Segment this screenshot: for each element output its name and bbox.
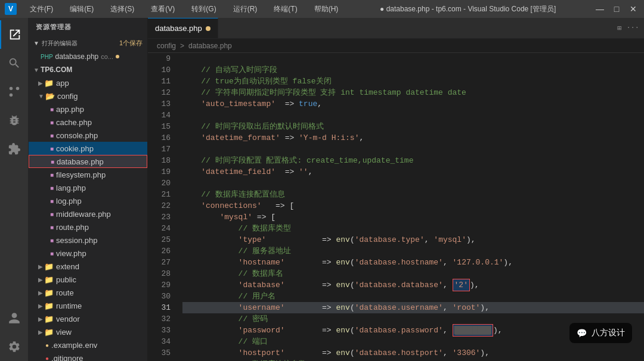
unsaved-indicator (116, 55, 119, 58)
menu-help[interactable]: 帮助(H) (311, 3, 342, 15)
sidebar-item-session-php[interactable]: ■ session.php (29, 234, 147, 247)
menu-goto[interactable]: 转到(G) (188, 3, 219, 15)
code-content[interactable]: // 自动写入时间字段 // true为自动识别类型 false关闭 // 字符… (178, 53, 644, 361)
sidebar-item-middleware-php[interactable]: ■ middleware.php (29, 207, 147, 220)
activity-extensions[interactable] (0, 135, 29, 163)
sidebar-item-console-php[interactable]: ■ console.php (29, 129, 147, 142)
chevron-down-icon: ▼ (33, 40, 39, 46)
minimize-button[interactable]: — (594, 3, 606, 15)
code-editor[interactable]: 9 10 11 12 13 14 15 16 17 18 19 20 21 22… (148, 53, 644, 361)
file-label: .example.env (51, 341, 97, 350)
file-label: filesystem.php (56, 170, 106, 179)
tab-database-php[interactable]: database.php (148, 18, 218, 39)
watermark-text: 八方设计 (592, 328, 625, 338)
sidebar-item-view-php[interactable]: ■ view.php (29, 247, 147, 260)
chevron-down-icon: ▼ (33, 67, 39, 73)
menu-view[interactable]: 查看(V) (147, 3, 178, 15)
tab-label: database.php (155, 24, 202, 33)
svg-point-2 (9, 87, 13, 91)
file-label: lang.php (56, 183, 86, 192)
editor-layout-icon[interactable]: ⊞ (617, 24, 621, 33)
activity-git[interactable] (0, 77, 29, 106)
breadcrumb-filename[interactable]: database.php (188, 42, 232, 50)
sidebar-item-gitignore[interactable]: ● .gitignore (29, 351, 147, 361)
sidebar-header: 资源管理器 (29, 18, 147, 36)
chevron-down-icon: ▼ (38, 93, 44, 99)
breadcrumb-config[interactable]: config (157, 42, 176, 50)
sidebar-item-lang-php[interactable]: ■ lang.php (29, 181, 147, 194)
code-line-12: // 字符串同期指定时间字段类型 支持 int timestamp dateti… (182, 87, 644, 98)
code-line-26: // 服务器地址 (182, 245, 644, 257)
svg-point-1 (16, 87, 19, 91)
chevron-right-icon: ▶ (38, 316, 43, 322)
sidebar-item-cache-php[interactable]: ■ cache.php (29, 116, 147, 129)
file-label: console.php (56, 131, 98, 140)
sidebar-item-app-php[interactable]: ■ app.php (29, 102, 147, 116)
maximize-button[interactable]: □ (611, 3, 623, 15)
watermark-logo: 💬 (577, 328, 587, 338)
code-line-9 (182, 53, 644, 64)
menu-edit[interactable]: 编辑(E) (66, 3, 97, 15)
sidebar-item-route-folder[interactable]: ▶ 📁 route (29, 286, 147, 299)
sidebar-item-cookie-php[interactable]: ■ cookie.php (29, 142, 147, 155)
open-editors-header[interactable]: ▼ 打开的编辑器 1个保存 (29, 36, 147, 50)
sidebar-item-extend[interactable]: ▶ 📁 extend (29, 260, 147, 273)
sidebar-item-vendor[interactable]: ▶ 📁 vendor (29, 312, 147, 325)
sidebar-item-route-php[interactable]: ■ route.php (29, 220, 147, 234)
chevron-right-icon: ▶ (38, 263, 43, 270)
highlighted-value-password: ████████ (453, 324, 493, 337)
code-line-20 (182, 178, 644, 189)
menu-terminal[interactable]: 终端(T) (270, 3, 301, 15)
sidebar-item-example-env[interactable]: ● .example.env (29, 338, 147, 351)
activity-search[interactable] (0, 49, 29, 77)
menu-file[interactable]: 文件(F) (26, 3, 57, 15)
activity-settings[interactable] (0, 332, 29, 361)
file-label: log.php (56, 197, 82, 206)
code-line-16: 'datetime_format' => 'Y-m-d H:i:s', (182, 132, 644, 144)
file-tree: ▶ 📁 app ▼ 📂 config ■ app.php ■ cache.php… (29, 76, 147, 361)
code-line-24: // 数据库类型 (182, 223, 644, 234)
main-layout: 资源管理器 ▼ 打开的编辑器 1个保存 PHP database.php co.… (0, 18, 644, 361)
activity-explorer[interactable] (0, 20, 29, 49)
sidebar-item-runtime[interactable]: ▶ 📁 runtime (29, 299, 147, 312)
file-label: middleware.php (56, 210, 111, 219)
code-line-22: 'connections' => [ (182, 200, 644, 211)
sidebar-item-log-php[interactable]: ■ log.php (29, 194, 147, 207)
title-bar: V 文件(F) 编辑(E) 选择(S) 查看(V) 转到(G) 运行(R) 终端… (0, 0, 644, 18)
activity-debug[interactable] (0, 106, 29, 135)
code-line-29: 'database' => env('database.database', '… (182, 279, 644, 291)
activity-bar (0, 18, 29, 361)
title-bar-menus: V 文件(F) 编辑(E) 选择(S) 查看(V) 转到(G) 运行(R) 终端… (5, 3, 342, 15)
file-label: .gitignore (51, 354, 83, 362)
code-line-27: 'hostname' => env('database.hostname', '… (182, 257, 644, 268)
sidebar-item-public[interactable]: ▶ 📁 public (29, 273, 147, 286)
folder-label: runtime (56, 301, 82, 310)
file-label: cache.php (56, 118, 92, 127)
open-editors-count: 1个保存 (119, 39, 143, 48)
more-icon[interactable]: ··· (626, 24, 639, 32)
menu-select[interactable]: 选择(S) (107, 3, 138, 15)
code-line-18: // 时间字段配置 配置格式: create_time,update_time (182, 155, 644, 166)
folder-label: public (56, 275, 76, 284)
sidebar-item-view-folder[interactable]: ▶ 📁 view (29, 325, 147, 338)
menu-run[interactable]: 运行(R) (230, 3, 261, 15)
close-button[interactable]: ✕ (627, 3, 639, 15)
highlighted-value-database: '2' (453, 279, 470, 291)
code-line-17 (182, 144, 644, 155)
breadcrumb-separator: > (180, 42, 184, 50)
sidebar-item-config[interactable]: ▼ 📂 config (29, 89, 147, 102)
tree-root[interactable]: ▼ TP6.COM (29, 63, 147, 76)
sidebar-item-filesystem-php[interactable]: ■ filesystem.php (29, 168, 147, 181)
tab-bar: database.php ⊞ ··· (148, 18, 644, 39)
folder-label: extend (56, 262, 79, 271)
code-line-19: 'datetime_field' => '', (182, 166, 644, 178)
activity-account[interactable] (0, 304, 29, 332)
code-line-23: 'mysql' => [ (182, 211, 644, 223)
sidebar-item-database-php[interactable]: ■ database.php (29, 155, 147, 168)
chevron-right-icon: ▶ (38, 276, 43, 283)
open-editor-database[interactable]: PHP database.php co... (29, 50, 147, 63)
chevron-right-icon: ▶ (38, 303, 43, 309)
sidebar-item-app[interactable]: ▶ 📁 app (29, 76, 147, 89)
code-line-11: // true为自动识别类型 false关闭 (182, 76, 644, 87)
file-label: app.php (56, 105, 84, 114)
